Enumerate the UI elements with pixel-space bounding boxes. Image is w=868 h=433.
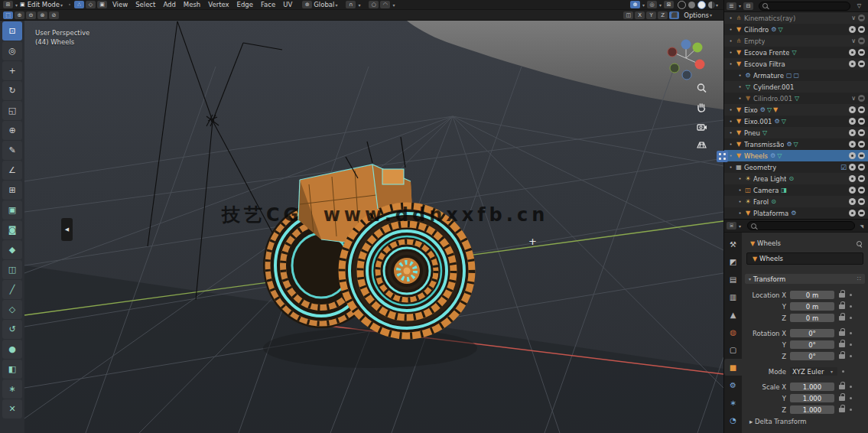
transform-value-field[interactable]: 0 m [790, 291, 834, 299]
expand-dot-icon[interactable]: • [727, 107, 734, 113]
disable-render-camera-icon[interactable] [858, 187, 865, 194]
vertex-select-mode-icon[interactable]: ∴ [74, 1, 84, 8]
menu-view[interactable]: View [112, 1, 128, 8]
particles-properties-tab[interactable]: ∗ [724, 394, 742, 411]
gizmo-toggle-icon[interactable]: ⊕ [630, 1, 640, 8]
scene-properties-tab[interactable]: ▲ [724, 306, 742, 323]
smooth-tool[interactable]: ● [2, 340, 22, 359]
sidebar-toggle-arrow[interactable]: ◀ [61, 218, 73, 241]
expand-dot-icon[interactable]: • [727, 38, 734, 44]
outliner-row-escova-frente[interactable]: •▼Escova Frente▽ [724, 47, 868, 58]
outliner-row-transmiss-o[interactable]: •▼Transmissão⚙▽ [724, 138, 868, 150]
animate-dot-icon[interactable] [850, 386, 852, 388]
measure-tool[interactable]: ∠ [2, 161, 22, 180]
expand-dot-icon[interactable]: • [727, 130, 734, 136]
hide-viewport-eye-icon[interactable] [849, 187, 856, 194]
expand-dot-icon[interactable]: • [736, 84, 743, 90]
spin-tool[interactable]: ↺ [2, 320, 22, 339]
gizmo-y-positive[interactable] [693, 43, 703, 53]
transform-value-field[interactable]: 0 m [790, 314, 834, 322]
bevel-tool[interactable]: ◆ [2, 240, 22, 259]
disable-render-camera-icon[interactable] [858, 210, 865, 216]
output-properties-tab[interactable]: ▤ [724, 271, 742, 288]
select-op-4[interactable]: ⊘ [49, 11, 59, 19]
transform-tool[interactable]: ⊕ [2, 121, 22, 140]
outliner-row-eixo-001[interactable]: •▼Eixo.001⚙▽ [724, 116, 868, 127]
knife-tool[interactable]: ╱ [2, 280, 22, 299]
inset-faces-tool[interactable]: ◙ [2, 220, 22, 239]
disable-render-camera-icon[interactable] [858, 15, 865, 21]
proportional-edit-icon[interactable]: ○ [369, 1, 379, 8]
render-properties-tab[interactable]: ◩ [724, 253, 742, 270]
animate-dot-icon[interactable] [850, 332, 852, 334]
outliner-row-armature[interactable]: •⚙Armature▢▢ [724, 70, 868, 81]
expand-dot-icon[interactable]: • [736, 210, 743, 216]
add-cube-tool[interactable]: ⊞ [2, 181, 22, 200]
closed-eye-icon[interactable]: ∨ [851, 95, 856, 102]
transform-value-field[interactable]: 0° [790, 329, 834, 337]
collection-checkbox-icon[interactable]: ☑ [840, 164, 847, 171]
outliner-row-kinematics-ray-[interactable]: •⋔Kinematics(ray)∨ [724, 12, 868, 24]
hide-viewport-eye-icon[interactable] [849, 118, 856, 125]
overlays-toggle-icon[interactable]: ◎ [647, 1, 657, 8]
lock-icon[interactable] [839, 385, 845, 389]
hide-viewport-eye-icon[interactable] [849, 26, 856, 33]
transform-value-field[interactable]: 1.000 [790, 405, 834, 414]
properties-search-input[interactable] [747, 221, 855, 230]
expand-dot-icon[interactable]: • [727, 119, 734, 125]
outliner-row-cilindro[interactable]: •▼Cilindro⚙▽ [724, 24, 868, 35]
hide-viewport-eye-icon[interactable] [849, 49, 856, 56]
hide-viewport-eye-icon[interactable] [849, 60, 856, 67]
tool-properties-tab[interactable]: ⚒ [724, 236, 742, 252]
lock-icon[interactable] [839, 293, 845, 298]
disable-render-camera-icon[interactable] [858, 49, 865, 56]
expand-dot-icon[interactable]: • [736, 96, 743, 102]
expand-dot-icon[interactable]: • [727, 153, 734, 159]
magnet-icon[interactable]: ∩ [346, 1, 356, 8]
expand-dot-icon[interactable]: • [727, 61, 734, 67]
transform-value-field[interactable]: 0° [790, 340, 834, 349]
menu-face[interactable]: Face [261, 1, 275, 8]
cursor-tool[interactable]: ◎ [2, 41, 22, 60]
mirror-x-toggle[interactable]: X [635, 11, 645, 19]
transform-panel-header[interactable]: ▾ Transform ∷ [745, 274, 865, 284]
disable-render-camera-icon[interactable] [858, 164, 865, 171]
gizmo-z-positive[interactable] [681, 40, 691, 50]
hide-viewport-eye-icon[interactable] [849, 152, 856, 159]
delta-transform-header[interactable]: ▸ Delta Transform [749, 418, 868, 425]
hide-viewport-eye-icon[interactable] [849, 106, 856, 113]
outliner-row-eixo[interactable]: •▼Eixo⚙▽▼ [724, 104, 868, 116]
move-tool[interactable]: + [2, 61, 22, 80]
transform-value-field[interactable]: 1.000 [790, 394, 834, 402]
lock-icon[interactable] [839, 343, 845, 347]
disable-render-camera-icon[interactable] [858, 26, 865, 33]
outliner-row-empty[interactable]: •⋔Empty∨ [724, 35, 868, 47]
lock-icon[interactable] [839, 354, 845, 359]
outliner-filter-icon[interactable]: ▽ [854, 2, 864, 10]
panel-drag-dots-icon[interactable]: ∷ [857, 275, 861, 282]
hide-viewport-eye-icon[interactable] [849, 198, 856, 205]
outliner-row-geometry[interactable]: •▦Geometry☑ [724, 161, 868, 173]
select-op-0[interactable]: ⬚ [3, 11, 13, 19]
closed-eye-icon[interactable]: ∨ [851, 37, 856, 44]
gizmo-z-negative[interactable] [682, 70, 691, 80]
rotation-mode-dropdown[interactable]: XYZ Euler▾ [790, 367, 837, 376]
expand-dot-icon[interactable]: • [736, 176, 743, 182]
falloff-curve-icon[interactable]: ◠ [380, 1, 390, 8]
transform-value-field[interactable]: 0 m [790, 302, 834, 311]
animate-dot-icon[interactable] [850, 294, 852, 296]
lock-icon[interactable] [839, 396, 845, 401]
camera-view-icon[interactable] [694, 119, 708, 133]
outliner-search-input[interactable] [759, 2, 850, 11]
mode-selector[interactable]: Edit Mode [28, 1, 60, 8]
expand-dot-icon[interactable]: • [727, 50, 734, 56]
menu-mesh[interactable]: Mesh [184, 1, 200, 8]
disable-render-camera-icon[interactable] [858, 118, 865, 125]
physics-properties-tab[interactable]: ◔ [724, 412, 742, 428]
options-dropdown[interactable]: Options [684, 11, 709, 19]
active-item-marker[interactable] [717, 151, 728, 162]
mirror-y-toggle[interactable]: Y [646, 11, 656, 19]
lock-icon[interactable] [839, 331, 845, 336]
expand-dot-icon[interactable]: • [727, 15, 734, 21]
menu-add[interactable]: Add [163, 1, 175, 8]
